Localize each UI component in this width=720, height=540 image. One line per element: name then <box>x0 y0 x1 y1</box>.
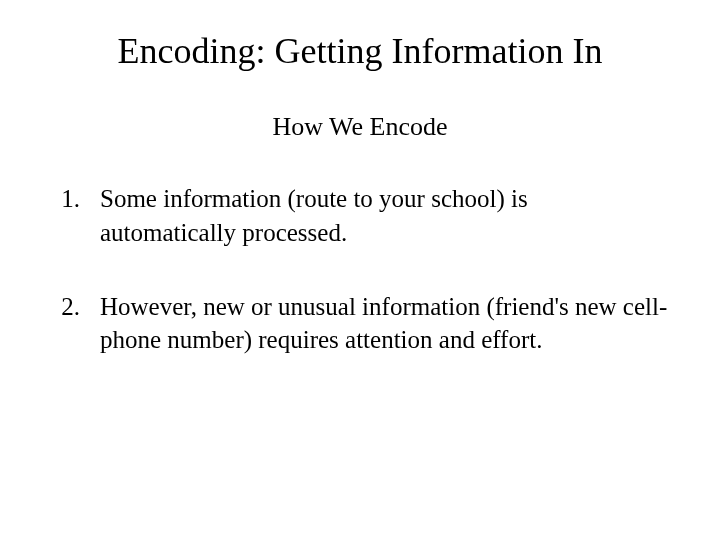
list-text: Some information (route to your school) … <box>100 182 670 250</box>
slide-title: Encoding: Getting Information In <box>50 30 670 72</box>
list-number: 1. <box>50 182 100 216</box>
list-text: However, new or unusual information (fri… <box>100 290 670 358</box>
list-item: 1. Some information (route to your schoo… <box>50 182 670 250</box>
content-list: 1. Some information (route to your schoo… <box>50 182 670 357</box>
list-item: 2. However, new or unusual information (… <box>50 290 670 358</box>
list-number: 2. <box>50 290 100 324</box>
slide-subtitle: How We Encode <box>50 112 670 142</box>
